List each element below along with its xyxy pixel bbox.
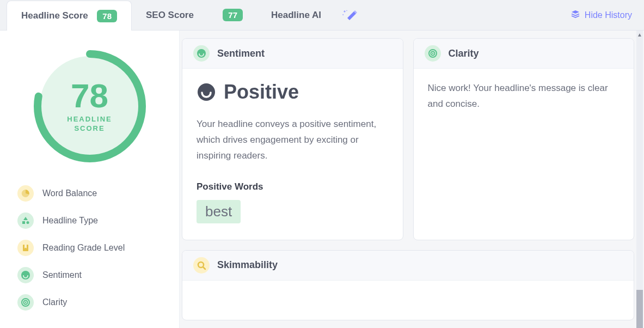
svg-marker-3 bbox=[23, 217, 28, 220]
smile-icon bbox=[193, 45, 210, 62]
svg-point-15 bbox=[432, 53, 433, 54]
score-label: HEADLINE SCORE bbox=[67, 115, 112, 133]
hide-history-button[interactable]: Hide History bbox=[565, 0, 637, 30]
tab-bar: Headline Score 78 SEO Score 77 Headline … bbox=[0, 0, 644, 31]
card-title: Clarity bbox=[449, 48, 479, 59]
content-area[interactable]: Sentiment Positive Your headline conveys… bbox=[180, 31, 644, 328]
ai-pencil-icon bbox=[342, 9, 357, 21]
main-panel: 78 HEADLINE SCORE Word Balance H bbox=[0, 31, 644, 328]
svg-line-17 bbox=[203, 267, 205, 269]
search-icon bbox=[193, 257, 210, 274]
sentiment-value: Positive bbox=[224, 81, 299, 104]
smile-icon bbox=[17, 267, 34, 283]
card-title: Sentiment bbox=[217, 48, 265, 59]
sidebar-item-sentiment[interactable]: Sentiment bbox=[17, 262, 162, 289]
tab-seo-score[interactable]: SEO Score 77 bbox=[132, 0, 257, 30]
sidebar-item-headline-type[interactable]: Headline Type bbox=[17, 207, 162, 234]
sidebar-item-reading-grade[interactable]: Reading Grade Level bbox=[17, 234, 162, 262]
shapes-icon bbox=[17, 212, 34, 229]
sidebar-item-label: Word Balance bbox=[42, 189, 97, 198]
pie-icon bbox=[17, 185, 34, 202]
card-header: Sentiment bbox=[182, 39, 403, 69]
smile-icon bbox=[197, 82, 216, 102]
score-badge: 77 bbox=[223, 9, 243, 21]
tab-headline-score[interactable]: Headline Score 78 bbox=[7, 1, 132, 31]
scroll-thumb[interactable] bbox=[636, 290, 643, 328]
tab-label: Headline Score bbox=[21, 10, 88, 21]
card-header: Skimmability bbox=[182, 251, 634, 281]
card-body: Positive Your headline conveys a positiv… bbox=[182, 69, 403, 240]
sidebar: 78 HEADLINE SCORE Word Balance H bbox=[0, 31, 180, 328]
target-icon bbox=[425, 45, 441, 62]
score-gauge: 78 HEADLINE SCORE bbox=[33, 49, 147, 163]
skimmability-card: Skimmability bbox=[182, 250, 634, 320]
scroll-up-arrow-icon[interactable]: ▲ bbox=[636, 31, 643, 38]
card-body: Nice work! Your headline's message is cl… bbox=[414, 69, 634, 129]
clarity-description: Nice work! Your headline's message is cl… bbox=[428, 81, 620, 112]
tab-headline-ai[interactable]: Headline AI bbox=[257, 0, 371, 30]
bookmark-icon bbox=[17, 240, 34, 256]
card-title: Skimmability bbox=[217, 259, 278, 271]
sentiment-headline: Positive bbox=[197, 81, 389, 104]
sidebar-item-label: Clarity bbox=[42, 297, 67, 307]
score-gauge-wrap: 78 HEADLINE SCORE bbox=[17, 49, 162, 163]
score-text: 78 HEADLINE SCORE bbox=[33, 49, 147, 163]
sentiment-card: Sentiment Positive Your headline conveys… bbox=[182, 38, 403, 240]
sidebar-item-word-balance[interactable]: Word Balance bbox=[17, 180, 162, 207]
sidebar-item-clarity[interactable]: Clarity bbox=[17, 289, 162, 316]
score-value: 78 bbox=[71, 79, 108, 113]
hide-history-label: Hide History bbox=[585, 10, 632, 20]
positive-words-heading: Positive Words bbox=[197, 181, 389, 192]
metric-list: Word Balance Headline Type Reading Grade… bbox=[17, 180, 162, 316]
clarity-card: Clarity Nice work! Your headline's messa… bbox=[413, 38, 635, 240]
sidebar-item-label: Headline Type bbox=[42, 216, 98, 226]
tab-label: SEO Score bbox=[146, 10, 194, 21]
target-icon bbox=[17, 294, 34, 311]
svg-point-10 bbox=[25, 302, 26, 303]
scrollbar[interactable]: ▲ bbox=[636, 31, 643, 328]
stack-icon bbox=[571, 9, 580, 21]
card-header: Clarity bbox=[414, 39, 634, 69]
svg-point-5 bbox=[27, 221, 29, 224]
tab-label: Headline AI bbox=[271, 10, 321, 21]
svg-rect-4 bbox=[22, 221, 25, 224]
sidebar-item-label: Reading Grade Level bbox=[42, 243, 125, 253]
sentiment-description: Your headline conveys a positive sentime… bbox=[197, 117, 389, 164]
svg-point-12 bbox=[198, 83, 215, 101]
positive-word-chip: best bbox=[197, 200, 241, 223]
score-badge: 78 bbox=[97, 10, 117, 22]
sidebar-item-label: Sentiment bbox=[42, 270, 82, 280]
card-row: Sentiment Positive Your headline conveys… bbox=[182, 38, 634, 240]
